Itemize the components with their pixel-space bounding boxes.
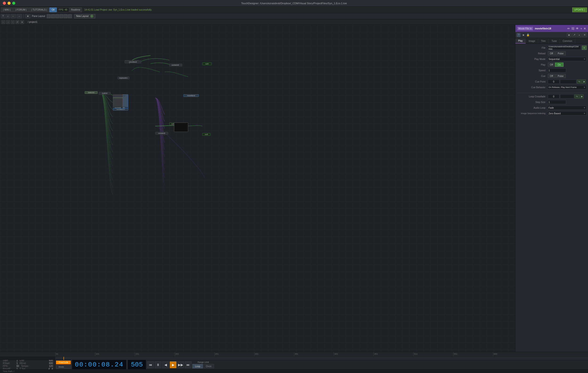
forum-button[interactable]: | FORUM | [13, 8, 29, 12]
lock-button[interactable]: 🔒 [526, 33, 530, 37]
panel-icon-add[interactable]: + [580, 27, 582, 30]
loop-crossfade-pct[interactable]: % [575, 94, 579, 99]
timeline-track[interactable] [0, 357, 588, 360]
once-button[interactable]: Once [203, 364, 214, 368]
pane-icon-1[interactable] [47, 14, 51, 18]
help-toggle-button[interactable]: ? [1, 14, 5, 18]
node-combAnt6[interactable]: combAnt6 [155, 132, 168, 135]
transport-step-back[interactable]: ◀ [162, 362, 169, 368]
path-refresh-button[interactable]: ↺ [16, 20, 19, 24]
panel-icon-close[interactable]: ✕ [584, 27, 586, 30]
titlebar: TouchDesigner: /Users/ezraistiroti/Dropb… [0, 0, 588, 7]
home-button[interactable]: ⌂ [6, 14, 10, 18]
panel-action-3[interactable]: + [577, 33, 581, 37]
loop-crossfade-bar[interactable] [560, 94, 574, 99]
path-up-button[interactable]: ↑ [11, 20, 15, 24]
tab-tune[interactable]: Tune [549, 38, 560, 43]
panel-icon-link[interactable]: ⛓ [571, 27, 574, 30]
tutorials-button[interactable]: | TUTORIALS | [29, 8, 49, 12]
timeline-controls: Start: 1 End: 600 RStart: 1 REnd: 600 FP… [0, 360, 588, 369]
wiki-button[interactable]: | WIKI | [1, 8, 13, 12]
minimize-button[interactable] [8, 2, 10, 5]
node-comb3[interactable]: combAnt3 [169, 64, 181, 66]
cue-pct-button[interactable]: % [577, 80, 582, 84]
panel-icon-viewer[interactable]: 👁 [576, 27, 579, 30]
transport-end[interactable]: ⏭ [185, 362, 191, 368]
cue-behavior-dropdown[interactable]: On Release, Play Next Frame [547, 85, 587, 89]
ruler-151: 151 [135, 352, 175, 357]
path-forward-button[interactable]: → [6, 20, 10, 24]
new-layout-button[interactable]: New Layout + [74, 14, 95, 18]
step-size-value[interactable]: 1 [547, 100, 566, 104]
beats-tab[interactable]: Beats [56, 365, 71, 369]
path-home-button[interactable]: ★ [20, 20, 24, 24]
panel-action-1[interactable]: ◈ [567, 33, 571, 37]
transport-step-fwd[interactable]: ▶▶ [177, 362, 184, 368]
node-sel5[interactable]: selectfilein5 [125, 61, 141, 63]
cue-off-button[interactable]: Off [548, 74, 555, 78]
timecode-tab[interactable]: TimeCode [56, 361, 71, 364]
tab-play[interactable]: Play [515, 38, 526, 43]
loop-button[interactable]: Loop [192, 364, 203, 368]
help-button[interactable]: ? [517, 33, 521, 37]
tab-image[interactable]: Image [526, 38, 538, 43]
path-back-button[interactable]: ← [1, 20, 5, 24]
loop-crossfade-value[interactable]: 0 [548, 94, 559, 99]
ruler-51: 51 [55, 352, 95, 357]
cue-row: Cue Off Pulse [517, 73, 587, 79]
node-mfi-n4[interactable]: moviefilein4 [183, 94, 199, 97]
playhead[interactable] [63, 357, 64, 360]
node-preview[interactable] [174, 123, 188, 132]
play-off-button[interactable]: Off [548, 62, 555, 67]
file-add-button[interactable]: + [582, 46, 587, 50]
frame-display[interactable]: 505 [127, 360, 146, 370]
panel-icon-pencil[interactable]: ✏ [567, 27, 570, 30]
close-button[interactable] [3, 2, 6, 5]
pane-icon-6[interactable] [68, 14, 72, 18]
secondary-toolbar: ? ⌂ ← → ★ Pane Layout New Layout + [0, 13, 588, 19]
node-out5-b[interactable]: out5 [202, 133, 210, 136]
oil-button[interactable]: Oil [49, 8, 56, 12]
transport-rewind[interactable]: ⏮ [147, 362, 154, 368]
update-button[interactable]: UPDATE ] [572, 8, 587, 12]
audio-loop-dropdown[interactable]: Fade [547, 106, 587, 110]
play-mode-dropdown[interactable]: Sequential [547, 57, 587, 61]
file-value[interactable]: /Users/ezraistiroti/Desktop/CDM Mas [547, 46, 581, 50]
forward-button[interactable]: → [17, 14, 22, 18]
star-button[interactable]: ★ [521, 33, 525, 37]
cue-point-bar[interactable] [560, 80, 577, 84]
transport-pause[interactable]: ⏸ [155, 362, 161, 368]
reload-pulse-button[interactable]: Pulse [556, 51, 566, 55]
maximize-button[interactable] [12, 2, 15, 5]
cue-behavior-label: Cue Behavior [517, 86, 547, 89]
timeline: 51 101 151 201 251 301 351 401 451 511 5… [0, 352, 588, 373]
ng-bot3[interactable]: moviefilein10 [113, 108, 128, 111]
play-on-button[interactable]: On [555, 62, 563, 67]
bookmark-button[interactable]: ★ [25, 14, 30, 18]
image-seq-dropdown[interactable]: Zero Based [547, 111, 587, 115]
cue-point-value[interactable]: 0 [548, 80, 559, 84]
node-keyb[interactable]: keyboardin1 [118, 77, 129, 79]
back-button[interactable]: ← [11, 14, 16, 18]
node-multi[interactable]: multi18 [99, 92, 111, 94]
pane-icon-3[interactable] [55, 14, 59, 18]
cue-pulse-button[interactable]: Pulse [556, 74, 566, 78]
node-out5[interactable]: out5 [202, 62, 212, 65]
cue-end-button[interactable]: ▶ [582, 80, 586, 84]
realtime-button[interactable]: Realtime [69, 8, 82, 12]
node-select16[interactable]: Select16 [85, 91, 98, 94]
panel-action-4[interactable]: ✕ [582, 33, 587, 37]
tab-trim[interactable]: Trim [538, 38, 549, 43]
node-canvas[interactable]: switcher1 line85 selectfilein1 selectfil… [0, 25, 515, 352]
right-panel: Movie File In moviefilein18 ✏ ⛓ 👁 + ✕ ? … [515, 25, 588, 352]
timecode-display[interactable]: 00:00:08.24 [72, 360, 126, 370]
pane-icon-4[interactable] [60, 14, 63, 18]
panel-action-2[interactable]: ↗ [572, 33, 576, 37]
pane-icon-2[interactable] [51, 14, 55, 18]
loop-crossfade-end[interactable]: ▶ [580, 94, 584, 99]
tab-common[interactable]: Common [560, 38, 575, 43]
reload-off-button[interactable]: Off [548, 51, 555, 55]
transport-play[interactable]: ▶ [170, 362, 176, 368]
speed-value[interactable]: 1 [547, 68, 566, 73]
pane-icon-5[interactable] [64, 14, 67, 18]
